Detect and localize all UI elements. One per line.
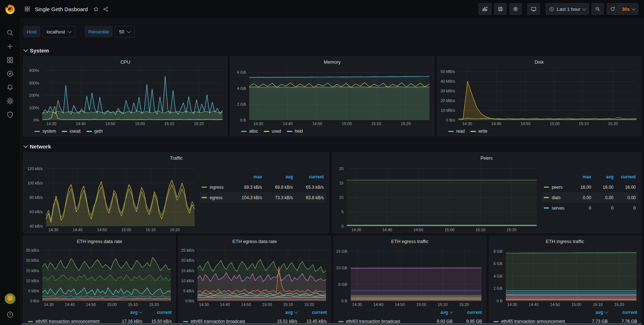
- save-dashboard-button[interactable]: [494, 3, 507, 15]
- legend-header-max[interactable]: max: [231, 174, 262, 179]
- legend-header-current[interactable]: current: [453, 310, 482, 315]
- legend-header-current[interactable]: current: [298, 310, 327, 315]
- legend-header-avg[interactable]: avg: [573, 310, 608, 315]
- panel-title[interactable]: ETH ingress data rate: [24, 236, 175, 246]
- legend-header-max[interactable]: max: [569, 174, 591, 179]
- user-avatar[interactable]: [5, 293, 15, 304]
- cycle-view-mode-button[interactable]: [527, 3, 540, 15]
- panel-title[interactable]: Peers: [332, 153, 641, 163]
- legend-label: system: [42, 129, 56, 134]
- eth-ingress-rate-chart[interactable]: 0 B/s5 kB/s10 kB/s15 kB/s20 kB/s25 kB/s1…: [24, 246, 175, 307]
- refresh-button[interactable]: [607, 3, 619, 15]
- legend-value: 69.8 kB/s: [262, 185, 293, 190]
- legend-item-iowait[interactable]: iowait: [62, 129, 81, 134]
- legend-item-used[interactable]: used: [264, 129, 281, 134]
- peers-plot[interactable]: [347, 163, 537, 226]
- y-tick-label: 0 B/s: [30, 299, 39, 303]
- horizontal-scrollbar[interactable]: [22, 323, 642, 325]
- x-tick-label: 14:40: [76, 122, 86, 126]
- x-axis: 14:3014:4014:5015:0015:1015:20: [506, 301, 636, 307]
- eth-egress-rate-chart[interactable]: 0 B/s5 kB/s10 kB/s15 kB/s20 kB/s25 kB/s1…: [179, 246, 330, 307]
- disk-chart[interactable]: 0 B/s10 MB/s20 MB/s30 MB/s40 MB/s50 MB/s…: [438, 67, 641, 127]
- dashboards-icon[interactable]: [3, 53, 17, 67]
- variable-percentile-select[interactable]: 50: [115, 26, 135, 37]
- eth_egress_rate-plot[interactable]: [197, 246, 326, 301]
- y-axis: 0 B/s5 kB/s10 kB/s15 kB/s20 kB/s25 kB/s: [179, 246, 197, 301]
- time-range-picker[interactable]: Last 1 hour: [546, 3, 589, 15]
- panel-title[interactable]: Memory: [230, 57, 434, 67]
- add-panel-button[interactable]: [479, 3, 491, 15]
- legend-header-avg[interactable]: avg: [418, 310, 453, 315]
- help-icon[interactable]: ?: [3, 308, 17, 321]
- panel-title[interactable]: Traffic: [24, 153, 329, 163]
- star-icon[interactable]: [93, 6, 99, 12]
- legend-series-name[interactable]: egress: [210, 195, 231, 200]
- legend-header-avg[interactable]: avg: [591, 174, 613, 179]
- configuration-gear-icon[interactable]: [3, 94, 17, 108]
- legend-item-system[interactable]: system: [34, 129, 56, 134]
- row-header-network[interactable]: Network: [24, 143, 641, 150]
- eth_ingress_traffic-plot[interactable]: [506, 246, 636, 301]
- legend-header-avg[interactable]: avg: [263, 310, 298, 315]
- variable-host-select[interactable]: localhost: [42, 26, 75, 37]
- legend-item-held[interactable]: held: [287, 129, 303, 134]
- memory-chart[interactable]: 0 B2 GB4 GB6 GB14:3014:4014:5015:0015:10…: [230, 67, 434, 127]
- create-plus-icon[interactable]: [3, 40, 17, 53]
- panel-title[interactable]: Disk: [438, 57, 641, 67]
- legend-series-name[interactable]: serves: [552, 206, 569, 211]
- legend-item-alloc[interactable]: alloc: [241, 129, 258, 134]
- dashboard-title[interactable]: Single Geth Dasboard: [35, 6, 88, 12]
- variable-host-label[interactable]: Host: [23, 26, 40, 37]
- search-icon[interactable]: [3, 26, 17, 40]
- row-header-system[interactable]: System: [24, 47, 641, 54]
- panel-title[interactable]: ETH egress data rate: [179, 236, 330, 246]
- cpu-plot[interactable]: [42, 67, 223, 120]
- grafana-logo[interactable]: [4, 4, 16, 15]
- legend-series-name[interactable]: ingress: [210, 185, 231, 190]
- eth_egress_traffic-plot[interactable]: [351, 246, 481, 301]
- variable-percentile-label[interactable]: Percentile: [85, 26, 113, 37]
- legend-header-current[interactable]: current: [608, 310, 637, 315]
- peers-chart[interactable]: 0510152014:3014:4014:5015:0015:1015:20: [332, 163, 541, 233]
- eth_ingress_rate-plot[interactable]: [42, 246, 171, 301]
- y-tick-label: 0 B: [496, 299, 503, 303]
- cpu-chart[interactable]: 0%100%200%300%400%14:3014:4014:5015:0015…: [24, 67, 227, 127]
- x-tick-label: 15:20: [614, 302, 624, 307]
- memory-plot[interactable]: [249, 67, 429, 120]
- y-tick-label: 20 kB/s: [26, 258, 39, 262]
- legend-header-current[interactable]: current: [613, 174, 636, 179]
- legend-header-current[interactable]: current: [293, 174, 324, 179]
- legend-color-dash: [34, 131, 40, 132]
- alerting-bell-icon[interactable]: [3, 81, 17, 94]
- panel-title[interactable]: CPU: [24, 57, 227, 67]
- y-tick-label: 2 GB: [237, 102, 246, 106]
- eth-ingress-traffic-chart[interactable]: 0 B2 GB4 GB6 GB8 GB14:3014:4014:5015:001…: [489, 246, 641, 307]
- y-tick-label: 5: [341, 210, 344, 214]
- legend-header-avg[interactable]: avg: [262, 174, 293, 179]
- legend-header-row: maxavgcurrent: [200, 171, 326, 182]
- dashboard-settings-button[interactable]: [509, 3, 522, 15]
- legend-item-geth[interactable]: geth: [87, 129, 103, 134]
- eth-egress-traffic-chart[interactable]: 0 B5 GB10 GB15 GB14:3014:4014:5015:0015:…: [334, 246, 486, 307]
- panel-title[interactable]: ETH egress traffic: [334, 236, 486, 246]
- panel-title[interactable]: ETH ingress traffic: [489, 236, 641, 246]
- zoom-out-time-button[interactable]: [592, 3, 604, 15]
- y-axis: 0%100%200%300%400%: [24, 67, 42, 120]
- legend-item-read[interactable]: read: [448, 129, 465, 134]
- legend-series-name[interactable]: dials: [552, 195, 569, 200]
- legend-header-avg[interactable]: avg: [108, 310, 142, 315]
- traffic-plot[interactable]: [46, 163, 195, 226]
- share-icon[interactable]: [103, 6, 109, 12]
- legend-color-dash: [183, 321, 188, 322]
- legend-series-name[interactable]: peers: [552, 185, 569, 190]
- explore-compass-icon[interactable]: [3, 67, 17, 81]
- legend-item-write[interactable]: write: [471, 129, 487, 134]
- panel-traffic: Traffic 40 kB/s60 kB/s80 kB/s100 kB/s120…: [23, 152, 329, 233]
- legend-header-current[interactable]: current: [142, 310, 172, 315]
- x-tick-label: 15:20: [507, 228, 517, 232]
- traffic-chart[interactable]: 40 kB/s60 kB/s80 kB/s100 kB/s120 kB/s14:…: [24, 163, 199, 233]
- refresh-interval-picker[interactable]: 30s: [619, 3, 638, 15]
- server-admin-shield-icon[interactable]: [3, 108, 17, 122]
- y-axis: 0 B/s10 MB/s20 MB/s30 MB/s40 MB/s50 MB/s: [438, 67, 458, 120]
- disk-plot[interactable]: [458, 67, 636, 120]
